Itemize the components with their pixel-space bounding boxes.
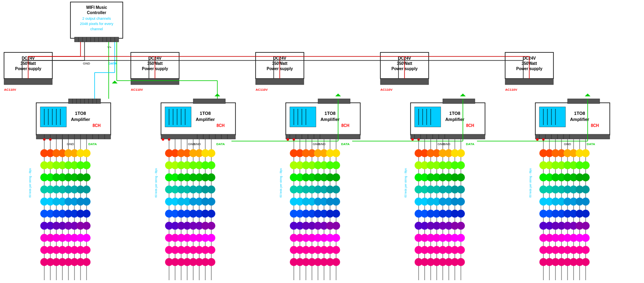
svg-rect-298 (318, 99, 350, 104)
svg-rect-287 (256, 79, 304, 85)
svg-point-102 (83, 173, 91, 181)
svg-text:GND: GND (188, 142, 195, 146)
svg-rect-12 (74, 37, 119, 42)
svg-point-483 (457, 198, 465, 206)
svg-marker-655 (335, 94, 341, 96)
svg-point-507 (457, 234, 465, 242)
svg-text:8CH: 8CH (591, 123, 599, 128)
svg-rect-541 (535, 134, 610, 139)
svg-text:AC110V: AC110V (505, 88, 518, 92)
svg-point-249 (207, 210, 215, 218)
svg-text:1TO8: 1TO8 (449, 111, 460, 116)
wiring-diagram: DC24V 350Watt Power supply AC110V WIFI M… (0, 0, 644, 283)
svg-text:Amplifier: Amplifier (445, 117, 464, 122)
svg-point-571 (582, 149, 590, 157)
svg-text:60 leds per string - 8lps: 60 leds per string - 8lps (279, 168, 283, 198)
svg-marker-654 (215, 94, 220, 96)
svg-point-499 (457, 222, 465, 230)
svg-point-94 (83, 161, 91, 169)
svg-text:2 output channels: 2 output channels (82, 17, 111, 21)
svg-text:Amplifier: Amplifier (570, 117, 589, 122)
svg-rect-529 (505, 79, 553, 85)
svg-text:GND: GND (438, 142, 445, 146)
svg-point-233 (207, 185, 215, 194)
svg-point-587 (582, 173, 590, 181)
svg-text:60 leds per string - 8lps: 60 leds per string - 8lps (155, 168, 158, 198)
svg-point-402 (332, 258, 340, 266)
svg-point-523 (457, 258, 465, 266)
svg-point-241 (207, 198, 215, 206)
svg-point-150 (83, 246, 91, 254)
svg-point-330 (332, 149, 340, 157)
svg-text:GND: GND (313, 142, 320, 146)
svg-text:1TO8: 1TO8 (75, 111, 86, 116)
svg-rect-4 (4, 79, 52, 85)
svg-marker-653 (112, 81, 118, 83)
svg-text:Amplifier: Amplifier (71, 117, 90, 122)
svg-point-459 (457, 161, 465, 169)
svg-text:8CH: 8CH (341, 123, 349, 128)
svg-point-467 (457, 173, 465, 181)
svg-text:AC110V: AC110V (256, 88, 268, 92)
svg-point-346 (332, 173, 340, 181)
svg-point-579 (582, 161, 590, 169)
svg-rect-177 (161, 134, 235, 139)
svg-text:AC110V: AC110V (131, 88, 143, 92)
svg-rect-540 (568, 99, 600, 104)
svg-text:1TO8: 1TO8 (324, 111, 335, 116)
svg-text:8CH: 8CH (466, 123, 474, 128)
svg-point-281 (207, 258, 215, 266)
svg-rect-299 (286, 134, 360, 139)
svg-point-118 (83, 198, 91, 206)
svg-point-427 (411, 138, 414, 141)
svg-text:DATA: DATA (216, 142, 225, 146)
svg-text:Amplifier: Amplifier (196, 117, 215, 122)
svg-rect-44 (36, 134, 111, 139)
svg-rect-419 (443, 99, 475, 104)
svg-point-209 (207, 149, 215, 157)
svg-point-394 (332, 246, 340, 254)
svg-marker-656 (460, 94, 466, 96)
svg-text:AC110V: AC110V (380, 88, 393, 92)
svg-text:60 leds per string - 8lps: 60 leds per string - 8lps (29, 168, 32, 198)
svg-point-451 (457, 149, 465, 157)
svg-point-491 (457, 210, 465, 218)
svg-point-619 (582, 222, 590, 230)
svg-text:60 leds per string - 8lps: 60 leds per string - 8lps (529, 168, 532, 198)
svg-marker-657 (585, 94, 590, 96)
svg-text:DATA: DATA (586, 142, 595, 146)
svg-text:8CH: 8CH (217, 123, 225, 128)
svg-point-515 (457, 246, 465, 254)
svg-rect-176 (193, 99, 225, 104)
svg-text:AC110V: AC110V (4, 88, 17, 92)
svg-text:2048 pixels for every: 2048 pixels for every (80, 22, 114, 26)
svg-point-217 (207, 161, 215, 169)
svg-text:channel: channel (90, 27, 103, 31)
svg-rect-164 (131, 79, 179, 85)
svg-point-548 (536, 138, 539, 141)
svg-text:GND: GND (67, 142, 74, 146)
svg-point-627 (582, 234, 590, 242)
svg-text:60 leds per string - 8lps: 60 leds per string - 8lps (404, 168, 407, 198)
svg-point-386 (332, 234, 340, 242)
svg-text:1TO8: 1TO8 (200, 111, 211, 116)
svg-point-635 (582, 246, 590, 254)
svg-point-158 (83, 258, 91, 266)
svg-point-595 (582, 185, 590, 194)
svg-point-338 (332, 161, 340, 169)
svg-text:8CH: 8CH (93, 123, 101, 128)
svg-point-126 (83, 210, 91, 218)
svg-text:GND: GND (83, 62, 90, 65)
svg-text:WIFI Music: WIFI Music (86, 5, 107, 10)
svg-point-306 (287, 138, 289, 141)
svg-text:Controller: Controller (87, 10, 106, 15)
svg-text:1TO8: 1TO8 (574, 111, 585, 116)
svg-point-265 (207, 234, 215, 242)
svg-point-362 (332, 198, 340, 206)
svg-text:DATA: DATA (88, 142, 97, 146)
svg-point-225 (207, 173, 215, 181)
svg-point-184 (162, 138, 164, 141)
svg-point-134 (83, 222, 91, 230)
svg-point-378 (332, 222, 340, 230)
svg-text:DATA: DATA (341, 142, 349, 146)
